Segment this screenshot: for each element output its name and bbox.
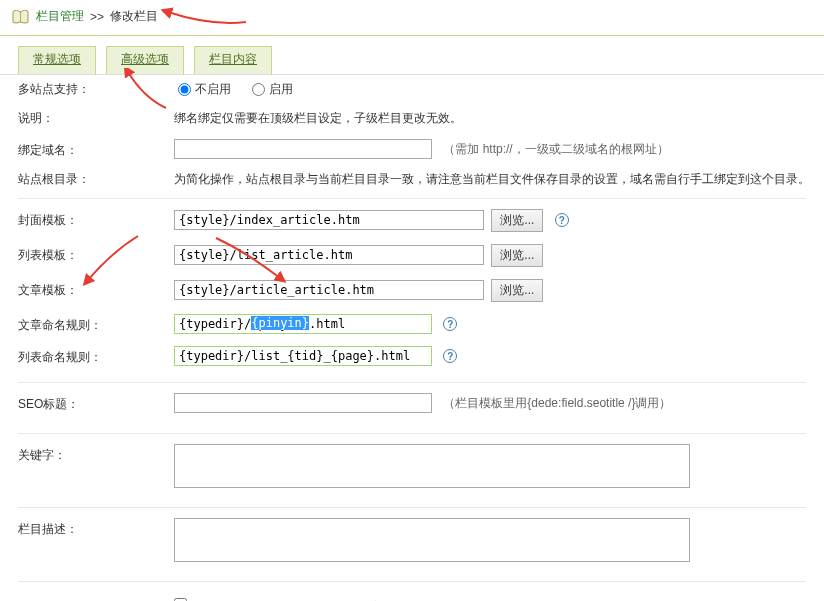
tpl-article-input[interactable] <box>174 280 484 300</box>
label-explain: 说明： <box>0 104 164 133</box>
book-icon <box>12 10 30 24</box>
help-icon[interactable]: ? <box>443 317 457 331</box>
rule-article-input[interactable] <box>174 314 432 334</box>
rule-list-input[interactable] <box>174 346 432 366</box>
label-keywords: 关键字： <box>0 438 164 497</box>
label-inherit: 继承选项： <box>0 586 164 601</box>
radio-enable[interactable] <box>252 83 265 96</box>
crumb-sep: >> <box>90 10 104 24</box>
label-seo-title: SEO标题： <box>0 387 164 419</box>
tabs: 常规选项 高级选项 栏目内容 <box>0 36 824 75</box>
bind-domain-hint: （需加 http://，一级或二级域名的根网址） <box>443 142 668 156</box>
explain-text: 绑名绑定仅需要在顶级栏目设定，子级栏目更改无效。 <box>164 104 824 133</box>
help-icon[interactable]: ? <box>555 213 569 227</box>
label-tpl-article: 文章模板： <box>0 273 164 308</box>
tpl-cover-input[interactable] <box>174 210 484 230</box>
advanced-form: 多站点支持： 不启用 启用 说明： 绑名绑定仅需要在顶级栏目设定，子级栏目更改无… <box>0 75 824 194</box>
tpl-list-input[interactable] <box>174 245 484 265</box>
radio-enable-label[interactable]: 启用 <box>248 82 293 96</box>
bind-domain-input[interactable] <box>174 139 432 159</box>
crumb-current: 修改栏目 <box>110 8 158 25</box>
label-bind-domain: 绑定域名： <box>0 133 164 165</box>
browse-article-button[interactable]: 浏览... <box>491 279 543 302</box>
site-root-text: 为简化操作，站点根目录与当前栏目目录一致，请注意当前栏目文件保存目录的设置，域名… <box>164 165 824 194</box>
label-tpl-list: 列表模板： <box>0 238 164 273</box>
browse-list-button[interactable]: 浏览... <box>491 244 543 267</box>
label-rule-article: 文章命名规则： <box>0 308 164 340</box>
crumb-root-link[interactable]: 栏目管理 <box>36 8 84 25</box>
seo-title-input[interactable] <box>174 393 432 413</box>
label-tpl-cover: 封面模板： <box>0 203 164 238</box>
label-description: 栏目描述： <box>0 512 164 571</box>
breadcrumb: 栏目管理 >> 修改栏目 <box>0 0 824 36</box>
help-icon[interactable]: ? <box>443 349 457 363</box>
browse-cover-button[interactable]: 浏览... <box>491 209 543 232</box>
label-multisite: 多站点支持： <box>0 75 164 104</box>
tab-general[interactable]: 常规选项 <box>18 46 96 74</box>
tab-advanced[interactable]: 高级选项 <box>106 46 184 74</box>
tab-content[interactable]: 栏目内容 <box>194 46 272 74</box>
label-rule-list: 列表命名规则： <box>0 340 164 372</box>
radio-disable[interactable] <box>178 83 191 96</box>
description-input[interactable] <box>174 518 690 562</box>
radio-disable-label[interactable]: 不启用 <box>174 82 231 96</box>
seo-hint: （栏目模板里用{dede:field.seotitle /}调用） <box>443 396 671 410</box>
keywords-input[interactable] <box>174 444 690 488</box>
label-site-root: 站点根目录： <box>0 165 164 194</box>
